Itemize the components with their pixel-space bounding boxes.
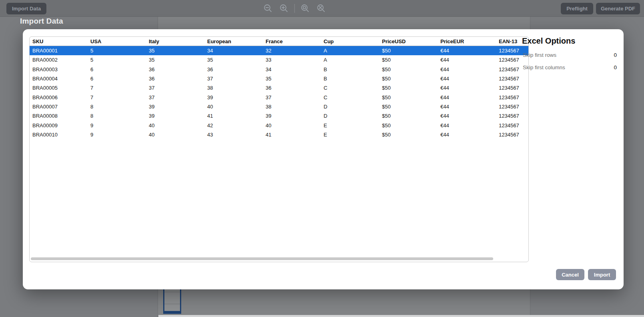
top-toolbar: Import Data Prefl: [0, 0, 644, 17]
table-cell: 41: [204, 113, 263, 119]
table-cell: 6: [88, 66, 146, 72]
table-row[interactable]: BRA000099404240E$50€441234567: [30, 120, 528, 130]
horizontal-scrollbar-thumb[interactable]: [31, 257, 493, 260]
table-cell: 41: [263, 132, 321, 138]
table-cell: 35: [204, 57, 263, 63]
option-field: Skip first rows0: [523, 49, 636, 61]
column-header-priceusd[interactable]: PriceUSD: [379, 38, 438, 44]
table-cell: €44: [438, 85, 496, 91]
table-cell: 9: [88, 132, 146, 138]
table-cell: 37: [263, 94, 321, 100]
table-cell: $50: [379, 57, 438, 63]
table-cell: 40: [146, 132, 204, 138]
table-row[interactable]: BRA000046363735B$50€441234567: [30, 74, 528, 83]
table-cell: €44: [438, 66, 496, 72]
excel-options-fields: Skip first rows0Skip first columns0: [523, 49, 636, 74]
table-cell: €44: [438, 94, 496, 100]
column-header-italy[interactable]: Italy: [146, 38, 204, 44]
column-header-usa[interactable]: USA: [88, 38, 146, 44]
table-cell: D: [321, 113, 379, 119]
table-cell: C: [321, 85, 379, 91]
frame-divider: [164, 292, 180, 292]
table-cell: BRA00010: [30, 132, 88, 138]
table-row[interactable]: BRA000088394139D$50€441234567: [30, 111, 528, 120]
cancel-button[interactable]: Cancel: [556, 269, 584, 280]
table-cell: 43: [204, 132, 263, 138]
table-cell: €44: [438, 132, 496, 138]
table-cell: A: [321, 57, 379, 63]
option-value[interactable]: 0: [614, 52, 636, 58]
table-cell: BRA00009: [30, 122, 88, 128]
table-cell: 39: [204, 94, 263, 100]
import-button[interactable]: Import: [588, 269, 616, 280]
table-cell: B: [321, 76, 379, 82]
table-cell: 7: [88, 85, 146, 91]
import-data-button[interactable]: Import Data: [6, 3, 46, 14]
table-cell: €44: [438, 48, 496, 54]
column-header-sku[interactable]: SKU: [30, 38, 88, 44]
table-cell: €44: [438, 104, 496, 110]
table-body: BRA000015353432A$50€441234567BRA00002535…: [30, 46, 528, 139]
table-cell: 7: [88, 94, 146, 100]
table-cell: 33: [263, 57, 321, 63]
table-cell: 39: [146, 113, 204, 119]
zoom-actual-size-icon[interactable]: [300, 3, 310, 14]
table-row[interactable]: BRA000025353533A$50€441234567: [30, 55, 528, 64]
table-cell: 40: [204, 104, 263, 110]
table-cell: 36: [263, 85, 321, 91]
table-row[interactable]: BRA000057373836C$50€441234567: [30, 83, 528, 92]
table-cell: $50: [379, 104, 438, 110]
table-row[interactable]: BRA000078394038D$50€441234567: [30, 102, 528, 111]
dialog-title: Import Data: [20, 17, 63, 26]
table-cell: 1234567: [496, 104, 529, 110]
frame-border-bottom: [164, 311, 180, 313]
table-cell: 5: [88, 48, 146, 54]
table-cell: BRA00005: [30, 85, 88, 91]
column-header-france[interactable]: France: [263, 38, 321, 44]
table-cell: A: [321, 48, 379, 54]
table-cell: C: [321, 94, 379, 100]
table-row[interactable]: BRA000109404341E$50€441234567: [30, 130, 528, 139]
table-cell: €44: [438, 122, 496, 128]
zoom-fit-icon[interactable]: [316, 3, 326, 14]
table-cell: 1234567: [496, 94, 529, 100]
table-cell: 36: [146, 66, 204, 72]
table-cell: D: [321, 104, 379, 110]
table-cell: $50: [379, 85, 438, 91]
table-cell: 36: [204, 66, 263, 72]
table-cell: E: [321, 132, 379, 138]
column-header-cup[interactable]: Cup: [321, 38, 379, 44]
table-cell: 1234567: [496, 113, 529, 119]
table-cell: BRA00001: [30, 48, 88, 54]
zoom-toolbar-group: [260, 3, 329, 14]
table-row[interactable]: BRA000067373937C$50€441234567: [30, 92, 528, 102]
table-cell: BRA00006: [30, 94, 88, 100]
table-cell: 40: [263, 122, 321, 128]
table-cell: 35: [146, 57, 204, 63]
option-label: Skip first rows: [523, 52, 556, 58]
table-row[interactable]: BRA000015353432A$50€441234567: [30, 46, 528, 55]
column-header-priceeur[interactable]: PriceEUR: [438, 38, 496, 44]
table-cell: $50: [379, 48, 438, 54]
option-value[interactable]: 0: [614, 64, 636, 70]
table-cell: BRA00004: [30, 76, 88, 82]
zoom-in-icon[interactable]: [279, 3, 289, 14]
table-cell: 38: [263, 104, 321, 110]
table-cell: $50: [379, 94, 438, 100]
table-row[interactable]: BRA000036363634B$50€441234567: [30, 65, 528, 74]
option-field: Skip first columns0: [523, 61, 636, 74]
table-cell: 35: [263, 76, 321, 82]
table-cell: 36: [146, 76, 204, 82]
preflight-button[interactable]: Preflight: [561, 3, 593, 14]
table-cell: $50: [379, 122, 438, 128]
zoom-out-icon[interactable]: [263, 3, 273, 14]
table-cell: €44: [438, 76, 496, 82]
table-cell: 8: [88, 113, 146, 119]
import-data-dialog: SKUUSAItalyEuropeanFranceCupPriceUSDPric…: [23, 29, 624, 289]
table-cell: 6: [88, 76, 146, 82]
column-header-european[interactable]: European: [204, 38, 263, 44]
table-cell: 40: [146, 122, 204, 128]
table-cell: $50: [379, 113, 438, 119]
generate-pdf-button[interactable]: Generate PDF: [596, 3, 640, 14]
table-cell: $50: [379, 76, 438, 82]
